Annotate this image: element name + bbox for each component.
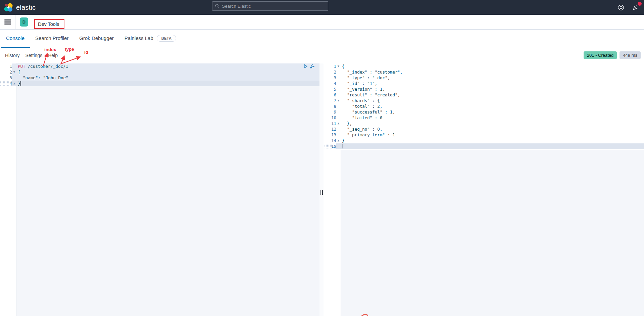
response-line: 8 "total" : 2, bbox=[324, 103, 644, 109]
console-workspace: 1 PUT/customer/_doc/1 2 ▼ { bbox=[0, 63, 644, 316]
wrench-settings-icon[interactable] bbox=[310, 64, 315, 69]
response-line: 10 "failed" : 0 bbox=[324, 115, 644, 121]
logo-wordmark: elastic bbox=[16, 4, 36, 11]
request-editor[interactable]: 1 PUT/customer/_doc/1 2 ▼ { bbox=[0, 63, 319, 316]
text-cursor bbox=[20, 81, 21, 86]
fold-close-icon[interactable]: ▲ bbox=[336, 121, 341, 126]
response-line: 12 "_seq_no" : 0, bbox=[324, 126, 644, 132]
menu-hamburger-icon[interactable] bbox=[0, 15, 15, 29]
elastic-logo[interactable]: elastic bbox=[0, 3, 36, 12]
request-url-line[interactable]: PUT/customer/_doc/1 bbox=[16, 63, 319, 69]
fold-open-icon[interactable]: ▼ bbox=[12, 69, 16, 75]
response-line: 11 ▲ }, bbox=[324, 121, 644, 126]
fold-open-icon[interactable]: ▼ bbox=[336, 63, 341, 69]
annotation-red-box: Dev Tools bbox=[34, 19, 64, 29]
response-line: 9 "successful" : 1, bbox=[324, 109, 644, 115]
help-menu[interactable]: Help bbox=[48, 53, 58, 58]
line-number: 4 bbox=[0, 81, 12, 86]
response-line: 3 "_type" : "_doc", bbox=[324, 75, 644, 81]
devtools-tabs: Console Search Profiler Grok Debugger Pa… bbox=[0, 30, 644, 48]
tab-search-profiler[interactable]: Search Profiler bbox=[30, 30, 74, 48]
search-icon bbox=[215, 4, 219, 8]
fold-close-icon[interactable]: ▲ bbox=[12, 81, 16, 86]
console-toolbar: History Settings Help 201 - Created 449 … bbox=[0, 48, 644, 63]
breadcrumb[interactable]: Dev Tools bbox=[38, 21, 59, 27]
resizer-grip-icon bbox=[320, 190, 323, 195]
http-method: PUT bbox=[18, 64, 26, 69]
response-line: 6 "result" : "created", bbox=[324, 92, 644, 98]
space-avatar[interactable]: D bbox=[20, 17, 28, 27]
fold-close-icon[interactable]: ▲ bbox=[336, 138, 341, 143]
breadcrumb-bar: D Dev Tools bbox=[0, 15, 644, 30]
response-line: 13 "_primary_term" : 1 bbox=[324, 132, 644, 138]
line-number: 1 bbox=[0, 63, 12, 69]
response-line: 14 ▲ } bbox=[324, 138, 644, 143]
response-line: 2 "_index" : "customer", bbox=[324, 69, 644, 75]
response-line: 7 ▼ "_shards" : { bbox=[324, 98, 644, 103]
response-line-active: 15 bbox=[324, 143, 644, 149]
response-time-badge: 449 ms bbox=[620, 51, 641, 59]
status-badge: 201 - Created bbox=[584, 51, 617, 59]
global-search[interactable] bbox=[212, 1, 328, 11]
request-line-active[interactable]: 4 ▲ } bbox=[0, 81, 319, 86]
send-request-play-icon[interactable] bbox=[303, 64, 308, 69]
request-line[interactable]: 3 "name": "John Doe" bbox=[0, 75, 319, 81]
request-line[interactable]: 1 PUT/customer/_doc/1 bbox=[0, 63, 319, 69]
response-line: 5 "_version" : 1, bbox=[324, 86, 644, 92]
tab-grok-debugger[interactable]: Grok Debugger bbox=[74, 30, 119, 48]
request-line[interactable]: 2 ▼ { bbox=[0, 69, 319, 75]
text-cursor bbox=[342, 144, 343, 148]
line-number: 3 bbox=[0, 75, 12, 81]
help-icon[interactable] bbox=[617, 4, 625, 11]
request-path: /customer/_doc/1 bbox=[28, 64, 68, 69]
newsfeed-party-popper-icon[interactable] bbox=[632, 4, 639, 11]
settings-menu[interactable]: Settings bbox=[26, 53, 43, 58]
tab-console[interactable]: Console bbox=[1, 30, 30, 48]
panel-resizer[interactable] bbox=[319, 63, 324, 316]
tab-painless-lab[interactable]: Painless Lab BETA bbox=[119, 30, 182, 48]
line-number: 2 bbox=[0, 69, 12, 75]
history-menu[interactable]: History bbox=[5, 53, 20, 58]
response-line: 1 ▼ { bbox=[324, 63, 644, 69]
search-input[interactable] bbox=[222, 4, 325, 9]
notification-dot bbox=[638, 2, 642, 6]
fold-open-icon[interactable]: ▼ bbox=[336, 98, 341, 103]
response-viewer[interactable]: 1 ▼ { 2 "_index" : "customer", 3 "_type"… bbox=[324, 63, 644, 316]
elastic-logo-icon bbox=[4, 3, 13, 12]
global-header: elastic bbox=[0, 0, 644, 15]
beta-badge: BETA bbox=[157, 35, 177, 42]
response-line: 4 "_id" : "1", bbox=[324, 81, 644, 86]
